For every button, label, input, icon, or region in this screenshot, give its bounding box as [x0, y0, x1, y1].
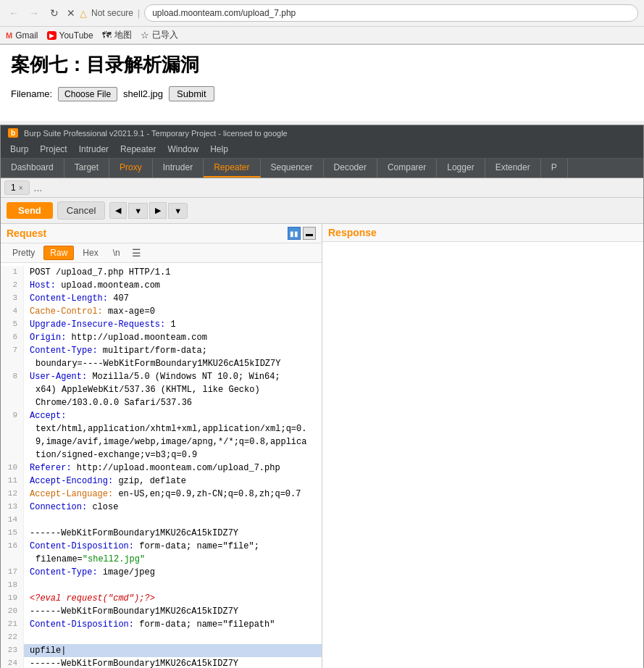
code-line: 20------WebKitFormBoundary1MKU26cA15kIDZ… [1, 605, 322, 618]
import-icon: ☆ [141, 30, 149, 41]
line-content: x64) AppleWebKit/537.36 (KHTML, like Gec… [24, 383, 322, 396]
burp-logo: b [8, 128, 18, 138]
request-title: Request [7, 227, 46, 239]
browser-chrome: ← → ↻ ✕ △ Not secure | M Gmail ▶ YouTube… [0, 0, 644, 45]
line-content: text/html,application/xhtml+xml,applicat… [24, 422, 322, 435]
panel-view-split[interactable]: ▮▮ [288, 227, 301, 240]
tab-sequencer[interactable]: Sequencer [261, 159, 324, 178]
repeater-tab-close[interactable]: × [19, 184, 23, 192]
response-panel: Response [322, 224, 643, 668]
bookmark-youtube[interactable]: ▶ YouTube [47, 30, 93, 41]
menu-help[interactable]: Help [204, 142, 234, 156]
page-content: 案例七：目录解析漏洞 Filename: Choose File shell2.… [0, 45, 644, 121]
line-content: ------WebKitFormBoundary1MKU26cA15kIDZ7Y [24, 657, 322, 668]
tab-logger[interactable]: Logger [437, 159, 485, 178]
code-line: 4Cache-Control: max-age=0 [1, 305, 322, 318]
send-toolbar: Send Cancel ◀ ▼ ▶ ▼ [1, 198, 643, 224]
panels-container: Request ▮▮ ▬ Pretty Raw Hex \n ☰ 1POST /… [1, 224, 643, 668]
code-line: 16Content-Disposition: form-data; name="… [1, 540, 322, 553]
line-number: 22 [1, 631, 24, 644]
format-tab-newline[interactable]: \n [107, 246, 126, 259]
line-number: 23 [1, 644, 24, 657]
format-tab-raw[interactable]: Raw [43, 246, 74, 260]
forward-button[interactable]: → [26, 5, 42, 21]
bookmark-maps[interactable]: 🗺 地图 [102, 29, 132, 41]
line-content: 9,image/avif,image/webp,image/apng,*/*;q… [24, 435, 322, 448]
line-content [24, 631, 322, 644]
bookmark-gmail[interactable]: M Gmail [6, 30, 38, 41]
line-content: Connection: close [24, 501, 322, 514]
tab-comparer[interactable]: Comparer [377, 159, 437, 178]
tab-repeater[interactable]: Repeater [204, 159, 260, 178]
line-content: boundary=----WebKitFormBoundary1MKU26cA1… [24, 357, 322, 370]
page-title: 案例七：目录解析漏洞 [11, 52, 633, 78]
nav-forward-button[interactable]: ▶ [149, 202, 167, 219]
code-line: 2Host: upload.moonteam.com [1, 279, 322, 292]
address-bar[interactable] [144, 4, 638, 22]
tab-extender[interactable]: Extender [485, 159, 541, 178]
tab-more[interactable]: P [541, 159, 568, 178]
menu-project[interactable]: Project [34, 142, 72, 156]
format-tab-pretty[interactable]: Pretty [7, 246, 41, 259]
back-button[interactable]: ← [6, 5, 22, 21]
code-line: filename="shell2.jpg" [1, 553, 322, 566]
gmail-label: Gmail [15, 30, 38, 41]
line-number: 5 [1, 318, 24, 331]
tab-proxy[interactable]: Proxy [109, 159, 153, 178]
reload-button[interactable]: ↻ [46, 5, 62, 21]
nav-back-button[interactable]: ◀ [109, 202, 127, 219]
line-number: 4 [1, 305, 24, 318]
burp-titlebar: b Burp Suite Professional v2021.9.1 - Te… [1, 125, 643, 141]
request-panel: Request ▮▮ ▬ Pretty Raw Hex \n ☰ 1POST /… [1, 224, 322, 668]
code-line: 18 [1, 579, 322, 592]
burp-menubar: Burp Project Intruder Repeater Window He… [1, 141, 643, 159]
line-number [1, 448, 24, 462]
nav-dropdown-button[interactable]: ▼ [128, 203, 148, 219]
close-tab-button[interactable]: ✕ [67, 7, 75, 19]
tab-dashboard[interactable]: Dashboard [1, 159, 64, 178]
line-content: ------WebKitFormBoundary1MKU26cA15kIDZ7Y [24, 605, 322, 618]
line-content: Chrome/103.0.0.0 Safari/537.36 [24, 396, 322, 409]
panel-view-single[interactable]: ▬ [303, 227, 316, 240]
request-code-area[interactable]: 1POST /upload_7.php HTTP/1.12Host: uploa… [1, 263, 322, 668]
repeater-tab-more[interactable]: ... [30, 180, 47, 195]
burp-title: Burp Suite Professional v2021.9.1 - Temp… [24, 129, 288, 138]
send-button[interactable]: Send [7, 202, 53, 219]
line-content [24, 579, 322, 592]
menu-repeater[interactable]: Repeater [114, 142, 162, 156]
tab-decoder[interactable]: Decoder [324, 159, 377, 178]
format-tab-hex[interactable]: Hex [77, 246, 104, 259]
line-content: Accept-Encoding: gzip, deflate [24, 475, 322, 488]
submit-button[interactable]: Submit [169, 86, 214, 101]
line-content: Host: upload.moonteam.com [24, 279, 322, 292]
cancel-button[interactable]: Cancel [57, 201, 105, 220]
code-line: 7Content-Type: multipart/form-data; [1, 344, 322, 357]
line-content: User-Agent: Mozilla/5.0 (Windows NT 10.0… [24, 370, 322, 383]
line-content: Accept: [24, 409, 322, 422]
code-line: 10Referer: http://upload.moonteam.com/up… [1, 462, 322, 475]
repeater-tab-1[interactable]: 1 × [4, 180, 30, 195]
menu-burp[interactable]: Burp [4, 142, 34, 156]
line-content: ------WebKitFormBoundary1MKU26cA15kIDZ7Y [24, 527, 322, 540]
bookmark-import[interactable]: ☆ 已导入 [141, 29, 178, 41]
nav-forward-dropdown-button[interactable]: ▼ [168, 203, 188, 219]
choose-file-button[interactable]: Choose File [58, 87, 117, 101]
tab-intruder[interactable]: Intruder [153, 159, 204, 178]
line-content: POST /upload_7.php HTTP/1.1 [24, 266, 322, 279]
format-menu-icon[interactable]: ☰ [129, 246, 144, 260]
code-line: 5Upgrade-Insecure-Requests: 1 [1, 318, 322, 331]
menu-window[interactable]: Window [162, 142, 204, 156]
line-number [1, 422, 24, 435]
line-content: Origin: http://upload.moonteam.com [24, 331, 322, 344]
line-content: Content-Type: image/jpeg [24, 566, 322, 579]
tab-target[interactable]: Target [64, 159, 109, 178]
format-tabs: Pretty Raw Hex \n ☰ [1, 243, 322, 263]
youtube-label: YouTube [59, 30, 93, 41]
line-number: 8 [1, 370, 24, 383]
repeater-tab-1-label: 1 [11, 183, 16, 193]
line-number [1, 357, 24, 370]
menu-intruder[interactable]: Intruder [73, 142, 114, 156]
line-number: 15 [1, 527, 24, 540]
code-line: 6Origin: http://upload.moonteam.com [1, 331, 322, 344]
line-number: 16 [1, 540, 24, 553]
